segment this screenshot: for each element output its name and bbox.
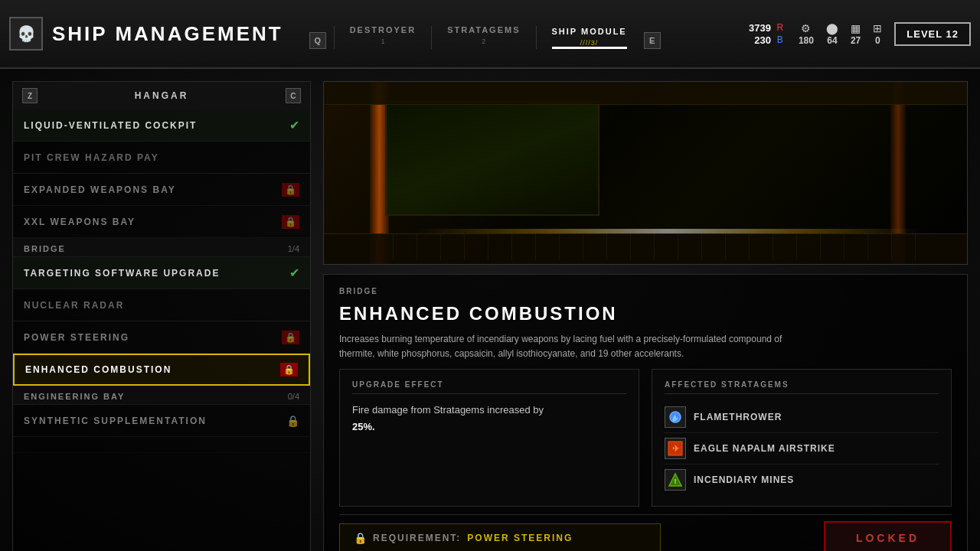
flamethrower-icon xyxy=(665,406,686,428)
primary-resources: 3739 R 230 B xyxy=(749,21,786,46)
lock-icon-combustion: 🔒 xyxy=(280,363,298,377)
tab-ship-module[interactable]: SHIP MODULE ////3/ xyxy=(541,21,638,49)
bridge-count: 1/4 xyxy=(288,244,299,253)
upgrade-effect-text: Fire damage from Stratagems increased by… xyxy=(352,402,626,435)
grid-resource: ⊞ 0 xyxy=(873,22,882,46)
circle-symbol: ⬤ xyxy=(826,22,838,34)
grid-symbol: ⊞ xyxy=(873,22,882,34)
resource-bar: 3739 R 230 B ⚙ 180 ⬤ 64 ▦ xyxy=(749,21,971,46)
requirement-box: 🔒 REQUIREMENT: POWER STEERING xyxy=(339,523,661,551)
module-item-hidden[interactable] xyxy=(13,437,310,453)
hangar-header: Z HANGAR C xyxy=(13,82,310,109)
tab-bar-2 xyxy=(447,47,520,49)
stratagem-name-flamethrower: FLAMETHROWER xyxy=(694,412,782,422)
floor-grid xyxy=(370,233,921,260)
ship-preview xyxy=(323,81,968,265)
tab-bar-1 xyxy=(350,47,416,49)
module-item-power[interactable]: POWER STEERING 🔒 xyxy=(13,321,310,354)
tab-divider-1 xyxy=(334,26,335,49)
module-info: BRIDGE ENHANCED COMBUSTION Increases bur… xyxy=(323,274,968,551)
lock-icon-power: 🔒 xyxy=(282,331,299,344)
svg-text:✈: ✈ xyxy=(672,444,680,453)
upgrade-effect-box: UPGRADE EFFECT Fire damage from Stratage… xyxy=(339,369,639,507)
module-item-xxl[interactable]: XXL WEAPONS BAY 🔒 xyxy=(13,206,310,238)
ship-window xyxy=(385,101,599,216)
tab-divider-3 xyxy=(536,26,537,49)
module-name-display: ENHANCED COMBUSTION xyxy=(339,303,952,324)
page-title: SHIP MANAGEMENT xyxy=(52,22,283,46)
skull-icon: 💀 xyxy=(9,17,43,51)
hangar-module-list: LIQUID-VENTILATED COCKPIT ✔ PIT CREW HAZ… xyxy=(13,109,310,238)
module-item-pit[interactable]: PIT CREW HAZARD PAY xyxy=(13,142,310,174)
main-container: 💀 SHIP MANAGEMENT Q DESTROYER 1 STRATAGE… xyxy=(0,0,980,551)
nav-key-e[interactable]: E xyxy=(644,32,661,49)
check-icon-targeting: ✔ xyxy=(289,266,299,280)
eagle-napalm-icon: ✈ xyxy=(665,438,686,459)
module-category: BRIDGE xyxy=(339,287,952,295)
module-item-liquid[interactable]: LIQUID-VENTILATED COCKPIT ✔ xyxy=(13,109,310,142)
hatch-pattern: ////3/ xyxy=(580,39,599,47)
upgrade-effect-title: UPGRADE EFFECT xyxy=(352,380,626,394)
stratagem-item-flamethrower: FLAMETHROWER xyxy=(665,402,939,433)
affected-stratagems-box: AFFECTED STRATAGEMS FLAMETHROWER ✈ EAG xyxy=(652,369,952,507)
upgrade-effect-value: 25%. xyxy=(352,421,375,432)
b-value: 230 xyxy=(754,34,771,46)
nav-tabs: Q DESTROYER 1 STRATAGEMS 2 SHIP MODULE /… xyxy=(306,19,749,49)
circle-resource: ⬤ 64 xyxy=(826,22,838,46)
module-item-targeting[interactable]: TARGETING SOFTWARE UPGRADE ✔ xyxy=(13,257,310,289)
square-value: 27 xyxy=(851,35,861,46)
tab-stratagems[interactable]: STRATAGEMS 2 xyxy=(436,19,531,49)
engineering-title: ENGINEERING BAY xyxy=(24,392,125,401)
square-symbol: ▦ xyxy=(851,22,861,34)
r-value: 3739 xyxy=(749,22,771,34)
lock-icon-xxl: 🔒 xyxy=(282,215,299,229)
key-z[interactable]: Z xyxy=(22,88,38,103)
r-icon: R xyxy=(774,21,786,34)
affected-title: AFFECTED STRATAGEMS xyxy=(665,380,939,394)
bridge-header: BRIDGE 1/4 xyxy=(13,238,310,257)
circle-value: 64 xyxy=(827,35,837,46)
engineering-header: ENGINEERING BAY 0/4 xyxy=(13,386,310,405)
module-item-nuclear[interactable]: NUCLEAR RADAR xyxy=(13,289,310,321)
requirement-value: POWER STEERING xyxy=(467,533,573,543)
stratagem-name-eagle: EAGLE NAPALM AIRSTRIKE xyxy=(694,443,835,454)
stratagem-item-eagle: ✈ EAGLE NAPALM AIRSTRIKE xyxy=(665,433,939,465)
tab-divider-2 xyxy=(431,26,432,49)
module-description: Increases burning temperature of incendi… xyxy=(339,332,814,361)
locked-button[interactable]: LOCKED xyxy=(824,521,952,551)
b-icon: B xyxy=(774,34,786,46)
svg-text:!: ! xyxy=(675,478,677,485)
secondary-resources: ⚙ 180 ⬤ 64 ▦ 27 ⊞ 0 xyxy=(799,22,882,46)
square-resource: ▦ 27 xyxy=(851,22,861,46)
right-panel: BRIDGE ENHANCED COMBUSTION Increases bur… xyxy=(323,81,968,551)
left-panel: Z HANGAR C LIQUID-VENTILATED COCKPIT ✔ P… xyxy=(12,81,311,551)
bridge-module-list: TARGETING SOFTWARE UPGRADE ✔ NUCLEAR RAD… xyxy=(13,257,310,386)
stratagem-name-mines: INCENDIARY MINES xyxy=(694,474,794,485)
gear-resource: ⚙ 180 xyxy=(799,22,814,46)
tab-destroyer[interactable]: DESTROYER 1 xyxy=(339,19,426,49)
lock-icon-expanded: 🔒 xyxy=(282,183,299,197)
module-bottom-actions: 🔒 REQUIREMENT: POWER STEERING LOCKED xyxy=(339,514,952,551)
level-badge: Level 12 xyxy=(894,22,971,46)
engineering-module-list: SYNTHETIC SUPPLEMENTATION 🔒 xyxy=(13,405,310,453)
req-lock-icon: 🔒 xyxy=(354,532,367,544)
incendiary-mines-icon: ! xyxy=(665,469,686,491)
module-item-expanded[interactable]: EXPANDED WEAPONS BAY 🔒 xyxy=(13,174,310,206)
ship-interior xyxy=(324,82,967,264)
grid-value: 0 xyxy=(875,35,880,46)
key-c[interactable]: C xyxy=(286,88,301,103)
top-bar: 💀 SHIP MANAGEMENT Q DESTROYER 1 STRATAGE… xyxy=(0,0,980,69)
b-resource-row: 230 B xyxy=(754,34,786,46)
nav-key-q[interactable]: Q xyxy=(309,32,326,49)
module-item-synthetic[interactable]: SYNTHETIC SUPPLEMENTATION 🔒 xyxy=(13,405,310,437)
hangar-title: HANGAR xyxy=(135,90,189,101)
r-resource-row: 3739 R xyxy=(749,21,786,34)
gear-symbol: ⚙ xyxy=(801,22,811,34)
check-icon-liquid: ✔ xyxy=(289,118,299,132)
stratagem-item-mines: ! INCENDIARY MINES xyxy=(665,465,939,495)
module-item-combustion[interactable]: ENHANCED COMBUSTION 🔒 xyxy=(13,354,310,386)
lock-icon-synthetic: 🔒 xyxy=(286,415,299,427)
bridge-title: BRIDGE xyxy=(24,244,66,253)
engineering-count: 0/4 xyxy=(288,392,299,401)
ship-ceiling xyxy=(324,82,967,105)
